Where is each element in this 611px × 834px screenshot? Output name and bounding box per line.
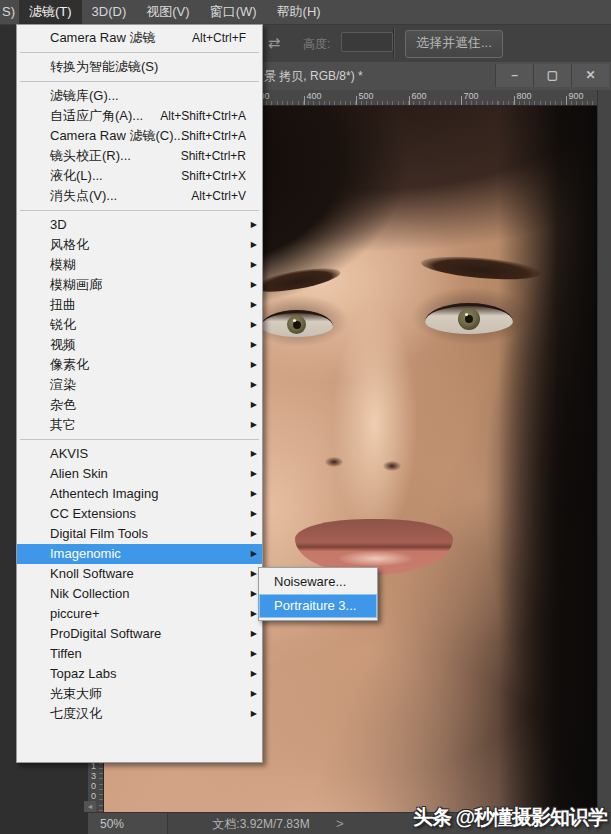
filter-menu-item[interactable]: 镜头校正(R)...Shift+Ctrl+R bbox=[17, 146, 262, 166]
menu-item-label: 自适应广角(A)... bbox=[50, 108, 143, 123]
filter-menu-item[interactable]: 视频▶ bbox=[17, 335, 262, 355]
submenu-arrow-icon: ▶ bbox=[251, 315, 257, 335]
menu-item-label: 3D bbox=[50, 217, 67, 232]
menu-separator bbox=[17, 77, 262, 86]
filter-menu-item[interactable]: 液化(L)...Shift+Ctrl+X bbox=[17, 166, 262, 186]
menubar-item[interactable]: S) bbox=[0, 0, 19, 24]
filter-menu-item[interactable]: Knoll Software▶ bbox=[17, 564, 262, 584]
menubar-item[interactable]: 帮助(H) bbox=[267, 0, 331, 24]
filter-menu-item[interactable]: 3D▶ bbox=[17, 215, 262, 235]
status-options-chevron[interactable]: > bbox=[336, 813, 344, 834]
menu-separator bbox=[17, 206, 262, 215]
filter-menu-item[interactable]: Tiffen▶ bbox=[17, 644, 262, 664]
menu-item-shortcut: Shift+Ctrl+X bbox=[181, 166, 246, 186]
filter-menu-item[interactable]: Topaz Labs▶ bbox=[17, 664, 262, 684]
filter-menu-item[interactable]: 转换为智能滤镜(S) bbox=[17, 57, 262, 77]
options-divider bbox=[393, 28, 394, 58]
menu-item-shortcut: Alt+Shift+Ctrl+A bbox=[160, 106, 246, 126]
filter-menu-item[interactable]: Athentech Imaging▶ bbox=[17, 484, 262, 504]
filter-menu-item[interactable]: ProDigital Software▶ bbox=[17, 624, 262, 644]
filter-menu-item[interactable]: Digital Film Tools▶ bbox=[17, 524, 262, 544]
window-controls: –▢✕ bbox=[495, 64, 609, 87]
filter-menu-item[interactable]: Alien Skin▶ bbox=[17, 464, 262, 484]
submenu-item[interactable]: Portraiture 3... bbox=[259, 594, 377, 618]
filter-menu-item[interactable]: Imagenomic▶ bbox=[17, 544, 262, 564]
menu-item-label: 扭曲 bbox=[50, 297, 76, 312]
submenu-arrow-icon: ▶ bbox=[251, 664, 257, 684]
filter-menu-item[interactable]: CC Extensions▶ bbox=[17, 504, 262, 524]
filter-menu-item[interactable]: 像素化▶ bbox=[17, 355, 262, 375]
submenu-arrow-icon: ▶ bbox=[251, 355, 257, 375]
submenu-arrow-icon: ▶ bbox=[251, 644, 257, 664]
menubar-item[interactable]: 窗口(W) bbox=[200, 0, 267, 24]
submenu-arrow-icon: ▶ bbox=[251, 415, 257, 435]
filter-menu-item[interactable]: 渲染▶ bbox=[17, 375, 262, 395]
ruler-tick-label: 900 bbox=[568, 91, 583, 101]
scroll-left-arrow[interactable]: ◄ bbox=[84, 801, 96, 812]
menu-item-label: ProDigital Software bbox=[50, 626, 161, 641]
menu-item-label: AKVIS bbox=[50, 446, 88, 461]
height-input[interactable] bbox=[341, 32, 393, 52]
submenu-arrow-icon: ▶ bbox=[251, 275, 257, 295]
ruler-tick-label: 0 bbox=[91, 791, 96, 801]
close-button[interactable]: ✕ bbox=[571, 64, 609, 87]
vertical-scrollbar[interactable] bbox=[597, 90, 611, 812]
swap-dimensions-icon[interactable]: ⇄ bbox=[263, 33, 285, 53]
menu-item-label: Athentech Imaging bbox=[50, 486, 158, 501]
filter-menu-item[interactable]: 消失点(V)...Alt+Ctrl+V bbox=[17, 186, 262, 206]
menu-separator bbox=[17, 48, 262, 57]
menubar-item[interactable]: 3D(D) bbox=[82, 0, 137, 24]
menu-item-label: 杂色 bbox=[50, 397, 76, 412]
submenu-item[interactable]: Noiseware... bbox=[259, 570, 377, 594]
filter-menu-item[interactable]: 七度汉化▶ bbox=[17, 704, 262, 724]
submenu-arrow-icon: ▶ bbox=[251, 464, 257, 484]
filter-menu-item[interactable]: 滤镜库(G)... bbox=[17, 86, 262, 106]
ruler-tick-label: 0 bbox=[91, 781, 96, 791]
ruler-tick-label: 800 bbox=[516, 91, 531, 101]
filter-menu-item[interactable]: 光束大师▶ bbox=[17, 684, 262, 704]
menu-item-label: Camera Raw 滤镜 bbox=[50, 30, 155, 45]
filter-menu-item[interactable]: 杂色▶ bbox=[17, 395, 262, 415]
photoshop-window: S)滤镜(T)3D(D)视图(V)窗口(W)帮助(H) ⇄ 高度: 选择并遮住.… bbox=[0, 0, 611, 834]
filter-menu-item[interactable]: piccure+▶ bbox=[17, 604, 262, 624]
submenu-arrow-icon: ▶ bbox=[251, 684, 257, 704]
filter-menu-item[interactable]: Camera Raw 滤镜Alt+Ctrl+F bbox=[17, 28, 262, 48]
filter-menu-item[interactable]: AKVIS▶ bbox=[17, 444, 262, 464]
menu-item-shortcut: Shift+Ctrl+R bbox=[181, 146, 246, 166]
filter-menu-item[interactable]: Nik Collection▶ bbox=[17, 584, 262, 604]
menu-item-label: piccure+ bbox=[50, 606, 100, 621]
zoom-level-field[interactable]: 50% bbox=[88, 813, 168, 834]
menu-bar: S)滤镜(T)3D(D)视图(V)窗口(W)帮助(H) bbox=[0, 0, 611, 25]
menu-item-shortcut: Alt+Ctrl+F bbox=[192, 28, 246, 48]
filter-menu-item[interactable]: Camera Raw 滤镜(C)...Shift+Ctrl+A bbox=[17, 126, 262, 146]
menu-item-label: 模糊 bbox=[50, 257, 76, 272]
menu-item-label: Camera Raw 滤镜(C)... bbox=[50, 128, 184, 143]
submenu-arrow-icon: ▶ bbox=[251, 604, 257, 624]
submenu-arrow-icon: ▶ bbox=[251, 235, 257, 255]
eye-right bbox=[425, 303, 513, 334]
submenu-arrow-icon: ▶ bbox=[251, 335, 257, 355]
ruler-tick-label: 600 bbox=[411, 91, 426, 101]
submenu-arrow-icon: ▶ bbox=[251, 504, 257, 524]
submenu-arrow-icon: ▶ bbox=[251, 524, 257, 544]
minimize-button[interactable]: – bbox=[495, 64, 533, 87]
filter-menu-item[interactable]: 风格化▶ bbox=[17, 235, 262, 255]
submenu-arrow-icon: ▶ bbox=[251, 624, 257, 644]
menubar-item[interactable]: 滤镜(T) bbox=[19, 0, 82, 24]
menu-item-label: 风格化 bbox=[50, 237, 89, 252]
filter-menu-item[interactable]: 其它▶ bbox=[17, 415, 262, 435]
filter-menu-item[interactable]: 自适应广角(A)...Alt+Shift+Ctrl+A bbox=[17, 106, 262, 126]
watermark-text: 头条 @秒懂摄影知识学 bbox=[413, 804, 607, 831]
submenu-arrow-icon: ▶ bbox=[251, 215, 257, 235]
filter-menu-item[interactable]: 模糊画廊▶ bbox=[17, 275, 262, 295]
filter-menu-item[interactable]: 模糊▶ bbox=[17, 255, 262, 275]
nostril-right bbox=[383, 461, 401, 471]
menubar-item[interactable]: 视图(V) bbox=[136, 0, 199, 24]
filter-menu-item[interactable]: 锐化▶ bbox=[17, 315, 262, 335]
filter-menu-item[interactable]: 扭曲▶ bbox=[17, 295, 262, 315]
menu-item-label: Alien Skin bbox=[50, 466, 108, 481]
select-and-mask-button[interactable]: 选择并遮住... bbox=[405, 30, 503, 58]
filter-menu-dropdown: Camera Raw 滤镜Alt+Ctrl+F转换为智能滤镜(S)滤镜库(G).… bbox=[16, 24, 263, 763]
ruler-major-tick bbox=[304, 96, 305, 105]
restore-button[interactable]: ▢ bbox=[533, 64, 571, 87]
